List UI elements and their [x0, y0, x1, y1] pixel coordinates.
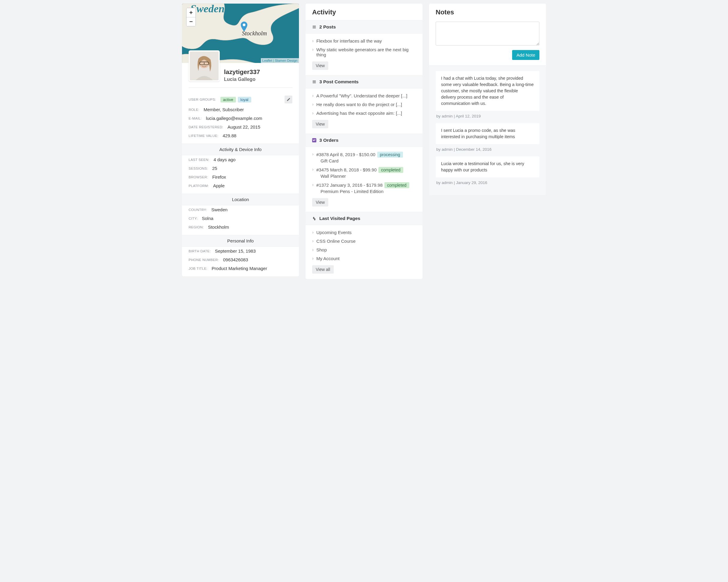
woocommerce-icon	[312, 138, 316, 142]
avatar	[189, 50, 220, 81]
activity-panel: Activity 2 Posts Flexbox for interfaces …	[306, 4, 422, 279]
posts-section-header: 2 Posts	[306, 20, 422, 33]
order-product: Premium Pens - Limited Edition	[316, 189, 416, 194]
attribution-tiles-link[interactable]: Stamen Design	[275, 59, 297, 62]
sessions-value: 25	[212, 166, 217, 171]
notes-heading: Notes	[429, 4, 546, 20]
ltv-label: Lifetime Value:	[189, 134, 218, 137]
birth-value: September 15, 1983	[215, 248, 256, 254]
fullname: Lucia Gallego	[224, 77, 292, 82]
comments-section-header: 3 Post Comments	[306, 75, 422, 88]
zoom-out-button[interactable]: −	[186, 17, 196, 26]
note-card: Lucia wrote a testimonial for us, she is…	[436, 156, 539, 178]
browser-value: Firefox	[212, 175, 226, 180]
notes-panel: Notes Add Note I had a chat with Lucia t…	[429, 4, 546, 195]
profile-panel: Sweden Stockholm + − Leaflet | Stamen De…	[182, 4, 299, 276]
order-status-badge: processing	[377, 152, 403, 158]
view-posts-button[interactable]: View	[312, 61, 328, 70]
orders-section-header: 3 Orders	[306, 134, 422, 147]
order-item[interactable]: #3475 March 8, 2018 - $99.90completedWal…	[312, 165, 416, 180]
order-product: Gift Card	[316, 158, 416, 163]
add-note-button[interactable]: Add Note	[512, 50, 539, 60]
registered-value: August 22, 2015	[228, 124, 260, 130]
order-item[interactable]: #3878 April 8, 2019 - $150.00processingG…	[312, 150, 416, 165]
svg-point-8	[314, 218, 315, 220]
job-value: Product Marketing Manager	[212, 266, 267, 271]
list-icon	[312, 25, 316, 29]
country-value: Sweden	[211, 207, 228, 212]
job-label: Job Title:	[189, 267, 207, 270]
pages-section-header: Last Visited Pages	[306, 212, 422, 225]
email-label: E-mail:	[189, 116, 202, 120]
groups-label: User Groups:	[189, 98, 216, 101]
svg-point-7	[313, 217, 314, 219]
map-attribution: Leaflet | Stamen Design	[261, 58, 299, 63]
email-value: lucia.gallego@example.com	[206, 116, 262, 121]
pages-header-text: Last Visited Pages	[319, 216, 360, 221]
visited-page-item[interactable]: My Account	[312, 254, 416, 263]
orders-header-text: 3 Orders	[319, 137, 339, 143]
order-line: #3878 April 8, 2019 - $150.00	[316, 152, 375, 157]
view-orders-button[interactable]: View	[312, 198, 328, 207]
post-item[interactable]: Why static website generators are the ne…	[312, 45, 416, 59]
region-label: Region:	[189, 226, 204, 229]
visited-page-item[interactable]: Shop	[312, 245, 416, 254]
role-label: Role:	[189, 108, 200, 111]
lastseen-value: 4 days ago	[213, 157, 235, 162]
view-all-pages-button[interactable]: View all	[312, 265, 334, 274]
comments-header-text: 3 Post Comments	[319, 79, 359, 84]
order-status-badge: completed	[379, 167, 403, 173]
view-comments-button[interactable]: View	[312, 120, 328, 128]
role-value: Member, Subscriber	[204, 107, 244, 112]
comment-item[interactable]: A Powerful "Why". Understand the deeper …	[312, 91, 416, 100]
comment-item[interactable]: He really does want to do the project or…	[312, 100, 416, 109]
city-label: City:	[189, 217, 198, 220]
visited-page-item[interactable]: CSS Online Course	[312, 237, 416, 245]
registered-label: Date Registered:	[189, 125, 224, 129]
sessions-label: Sessions:	[189, 167, 208, 170]
note-card: I sent Lucia a promo code, as she was in…	[436, 123, 539, 144]
activity-heading: Activity	[306, 4, 422, 20]
edit-profile-button[interactable]	[285, 96, 292, 103]
order-status-badge: completed	[384, 182, 409, 188]
phone-value: 0963426083	[223, 257, 248, 262]
group-tag-active: active	[220, 97, 236, 103]
list-icon	[312, 80, 316, 84]
posts-header-text: 2 Posts	[319, 24, 336, 30]
location-header: Location	[182, 193, 299, 205]
group-tag-loyal: loyal	[238, 97, 251, 103]
username: lazytiger337	[224, 68, 292, 76]
map-marker-icon	[241, 22, 248, 32]
map-zoom-control: + −	[186, 8, 196, 26]
platform-label: Platform:	[189, 184, 209, 188]
comment-item[interactable]: Advertising has the exact opposite aim: …	[312, 109, 416, 117]
order-product: Wall Planner	[316, 174, 416, 179]
svg-point-1	[242, 23, 245, 26]
country-label: Country:	[189, 208, 207, 212]
personal-header: Personal Info	[182, 235, 299, 247]
lastseen-label: Last Seen:	[189, 158, 209, 161]
note-input[interactable]	[436, 22, 539, 46]
zoom-in-button[interactable]: +	[186, 8, 196, 17]
pencil-icon	[287, 98, 290, 101]
attribution-leaflet-link[interactable]: Leaflet	[262, 59, 272, 62]
birth-label: Birth Date:	[189, 249, 211, 253]
order-item[interactable]: #1372 January 3, 2016 - $179.98completed…	[312, 180, 416, 196]
order-line: #3475 March 8, 2018 - $99.90	[316, 167, 376, 172]
note-card: I had a chat with Lucia today, she provi…	[436, 71, 539, 111]
visited-page-item[interactable]: Upcoming Events	[312, 228, 416, 237]
footprint-icon	[312, 216, 316, 220]
city-value: Solna	[202, 216, 213, 221]
device-info-header: Activity & Device Info	[182, 143, 299, 155]
order-line: #1372 January 3, 2016 - $179.98	[316, 183, 383, 188]
note-meta: by admin | January 29, 2016	[436, 178, 539, 190]
phone-label: Phone Number:	[189, 258, 219, 262]
note-meta: by admin | April 12, 2019	[436, 111, 539, 123]
ltv-value: 429.88	[223, 133, 237, 138]
note-meta: by admin | December 14, 2016	[436, 144, 539, 156]
platform-value: Apple	[213, 183, 225, 188]
region-value: Stockholm	[208, 224, 229, 230]
browser-label: Browser:	[189, 175, 208, 179]
post-item[interactable]: Flexbox for interfaces all the way	[312, 36, 416, 45]
